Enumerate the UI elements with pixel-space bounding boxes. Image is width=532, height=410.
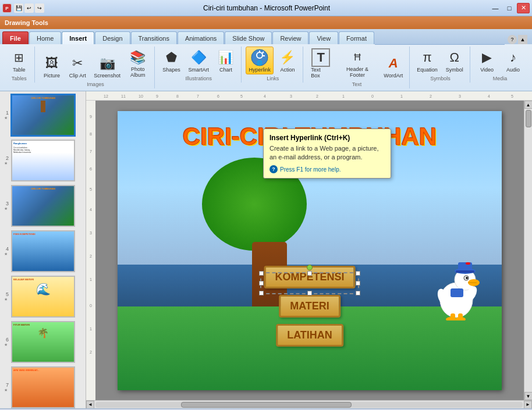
tab-design[interactable]: Design xyxy=(95,31,130,44)
wordart-button[interactable]: A WordArt xyxy=(381,52,406,80)
svg-text:0: 0 xyxy=(371,94,374,98)
help-icon: ? xyxy=(269,165,278,173)
quick-undo-icon[interactable]: ↩ xyxy=(24,3,34,13)
sign-materi-label: MATERI xyxy=(290,300,329,312)
media-items: ▶ Video ♪ Audio xyxy=(475,47,526,74)
selection-handle-br[interactable] xyxy=(356,291,360,295)
slide-thumb-6[interactable]: 6 ★ FITUR MATERI 🌴 xyxy=(2,320,83,363)
illustrations-items: ⬟ Shapes 🔷 SmartArt 📊 Chart xyxy=(159,47,238,74)
quick-redo-icon[interactable]: ↪ xyxy=(35,3,44,13)
slide-canvas[interactable]: CIRI-CIRI TUMBUHAN KOMPETENSI MATERI xyxy=(95,101,524,400)
selection-handle-bm[interactable] xyxy=(307,291,312,295)
selection-handle-tm[interactable] xyxy=(307,271,312,276)
tab-file[interactable]: File xyxy=(2,31,29,44)
slide-thumb-2[interactable]: 2 ★ Rangkuman Ciri-ciri tumbuhan...Memil… xyxy=(2,139,83,182)
audio-button[interactable]: ♪ Audio xyxy=(501,47,526,74)
tab-format[interactable]: Format xyxy=(339,31,374,44)
tab-insert[interactable]: Insert xyxy=(62,31,94,44)
ribbon-group-media: ▶ Video ♪ Audio Media xyxy=(471,47,529,83)
slide-num-2: 2 xyxy=(3,155,9,161)
selection-handle-bl[interactable] xyxy=(259,291,264,295)
svg-text:4: 4 xyxy=(90,208,92,212)
clipart-button[interactable]: ✂ Clip Art xyxy=(66,52,90,80)
selection-handle-tl[interactable] xyxy=(259,271,264,276)
slide-thumb-7[interactable]: 7 ★ APA YANG MEMBUAT... xyxy=(2,366,83,408)
ribbon: File Home Insert Design Transitions Anim… xyxy=(0,29,532,91)
rotation-handle[interactable] xyxy=(307,265,313,270)
symbol-button[interactable]: Ω Symbol xyxy=(442,47,467,74)
ribbon-group-illustrations: ⬟ Shapes 🔷 SmartArt 📊 Chart Illustration… xyxy=(156,47,242,83)
title-bar: P 💾 ↩ ↪ Ciri-ciri tumbuhan - Microsoft P… xyxy=(0,0,532,16)
svg-text:9: 9 xyxy=(90,115,92,119)
sign-latihan-label: LATIHAN xyxy=(287,329,332,341)
h-scroll-thumb[interactable] xyxy=(181,402,352,408)
selection-handle-tr[interactable] xyxy=(356,271,360,276)
minimize-button[interactable]: — xyxy=(489,3,502,13)
slide-thumb-1[interactable]: 1 ★ CIRI-CIRI TUMBUHAN xyxy=(2,94,83,137)
svg-text:3: 3 xyxy=(459,94,461,98)
svg-text:8: 8 xyxy=(90,132,92,136)
chart-button[interactable]: 📊 Chart xyxy=(214,47,238,74)
links-items: 🌐 Hyperlink ⚡ Action xyxy=(246,47,300,74)
scroll-right-button[interactable]: ► xyxy=(524,401,532,409)
photoalbum-button[interactable]: 📚 Photo Album xyxy=(125,47,151,80)
audio-icon: ♪ xyxy=(504,48,523,67)
help-button[interactable]: ? xyxy=(508,35,517,44)
tab-animations[interactable]: Animations xyxy=(178,31,224,44)
svg-text:4: 4 xyxy=(264,94,266,98)
picture-button[interactable]: 🖼 Picture xyxy=(40,52,63,80)
quick-save-icon[interactable]: 💾 xyxy=(14,3,23,13)
hyperlink-button[interactable]: 🌐 Hyperlink xyxy=(246,47,274,74)
equation-button[interactable]: π Equation xyxy=(414,47,441,74)
shapes-button[interactable]: ⬟ Shapes xyxy=(159,47,183,74)
vertical-ruler-svg: 9 8 7 6 5 4 3 2 1 0 1 2 xyxy=(86,101,95,400)
hyperlink-label: Hyperlink xyxy=(249,67,271,73)
slide-preview-5: BELAJAR MATERI 🌊 xyxy=(11,276,75,318)
tab-transitions[interactable]: Transitions xyxy=(131,31,177,44)
headerfooter-button[interactable]: Ħ Header & Footer xyxy=(335,47,379,80)
ribbon-group-links: 🌐 Hyperlink ⚡ Action Links xyxy=(243,47,303,83)
smartart-button[interactable]: 🔷 SmartArt xyxy=(185,47,212,74)
ribbon-minimize-button[interactable]: ▲ xyxy=(518,35,527,44)
slide-thumb-4[interactable]: 4 ★ FISIS KOMPETENSI xyxy=(2,230,83,273)
ribbon-group-tables: ⊞ Table Tables xyxy=(3,47,35,83)
scroll-thumb[interactable] xyxy=(526,110,531,127)
tab-home[interactable]: Home xyxy=(29,31,61,44)
drawing-tools-label: Drawing Tools xyxy=(5,19,48,26)
svg-point-49 xyxy=(466,277,468,279)
tab-review[interactable]: Review xyxy=(272,31,308,44)
svg-text:2: 2 xyxy=(90,350,92,354)
video-button[interactable]: ▶ Video xyxy=(475,47,499,74)
action-button[interactable]: ⚡ Action xyxy=(275,47,300,74)
selection-handle-mr[interactable] xyxy=(356,281,360,286)
text-items: T Text Box Ħ Header & Footer A WordArt xyxy=(308,47,406,80)
slide-thumb-5[interactable]: 5 ★ BELAJAR MATERI 🌊 xyxy=(2,275,83,318)
table-icon: ⊞ xyxy=(10,48,29,67)
screenshot-button[interactable]: 📷 Screenshot xyxy=(91,52,123,80)
scroll-left-button[interactable]: ◄ xyxy=(86,401,94,409)
tooltip-description: Create a link to a Web page, a picture, … xyxy=(269,144,385,162)
table-button[interactable]: ⊞ Table xyxy=(7,47,31,74)
svg-text:4: 4 xyxy=(488,94,490,98)
slide-thumb-3[interactable]: 3 ★ CIRI-CIRI TUMBUHAN xyxy=(2,184,83,227)
textbox-button[interactable]: T Text Box xyxy=(308,47,334,80)
text-group-label: Text xyxy=(352,81,362,87)
slide-num-4: 4 xyxy=(3,246,9,252)
svg-text:1: 1 xyxy=(90,277,92,281)
tab-view[interactable]: View xyxy=(309,31,338,44)
close-button[interactable]: ✕ xyxy=(517,3,530,13)
maximize-button[interactable]: □ xyxy=(503,3,516,13)
slide-preview-4: FISIS KOMPETENSI xyxy=(11,230,75,272)
shapes-label: Shapes xyxy=(162,67,180,73)
ruler-horizontal: 12 11 10 9 8 7 6 5 4 3 2 1 0 1 2 3 4 5 xyxy=(86,91,532,101)
chart-label: Chart xyxy=(219,67,232,73)
slide-star-1: ★ xyxy=(4,116,8,120)
sign-latihan: LATIHAN xyxy=(276,324,343,347)
selection-handle-ml[interactable] xyxy=(259,281,264,286)
video-label: Video xyxy=(480,67,494,73)
scroll-down-button[interactable]: ▼ xyxy=(524,392,533,400)
svg-text:2: 2 xyxy=(90,254,92,258)
tab-slideshow[interactable]: Slide Show xyxy=(225,31,272,44)
svg-point-45 xyxy=(466,262,470,265)
scroll-up-button[interactable]: ▲ xyxy=(524,101,533,109)
